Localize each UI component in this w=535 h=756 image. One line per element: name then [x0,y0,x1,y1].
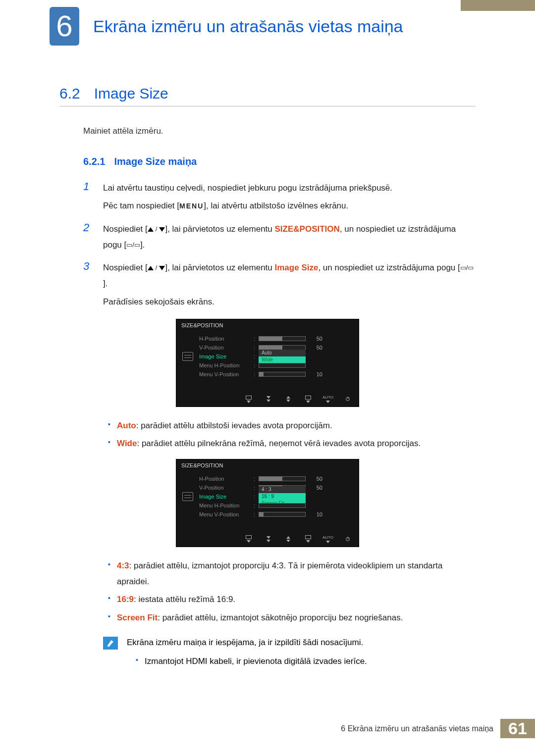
osd-btn-left-icon [244,396,254,403]
note-icon [103,637,118,650]
step-body-2: Nospiediet [ / ], lai pārvietotos uz ele… [103,221,476,255]
section-title: Image Size [94,85,168,102]
osd-btn-enter-icon [303,396,313,403]
step-number-3: 3 [83,260,94,312]
step3-note: Parādīsies sekojošais ekrāns. [103,294,476,310]
osd-btn-power-icon [343,397,353,401]
image-size-keyword: Image Size [275,263,319,272]
option-16-9: 16:9: iestata attēlu režīmā 16:9. [108,592,476,607]
option-4-3: 4:3: parādiet attēlu, izmantojot proporc… [108,558,476,590]
osd-btn-down-icon [264,536,273,542]
options-list-ratio: 4:3: parādiet attēlu, izmantojot proporc… [108,558,476,626]
options-list-auto-wide: Auto: parādiet attēlu atbilstoši ievades… [108,418,476,452]
section-heading: 6.2 Image Size [59,85,476,106]
menu-keyword: MENU [179,202,204,210]
step1-line1: Lai atvērtu taustiņu ceļvedi, nospiediet… [103,180,476,196]
step-number-2: 2 [83,221,94,255]
osd-btn-power-icon [343,537,353,541]
top-accent-stripe [461,0,535,11]
osd-image-size-dropdown: Auto Wide [259,350,306,363]
subsection-number: 6.2.1 [83,156,105,167]
subsection-title: Image Size maiņa [114,156,197,167]
size-position-keyword: SIZE&POSITION [275,224,340,234]
osd-footer-icons: AUTO [176,534,359,547]
up-down-icon: / [148,262,165,274]
osd-btn-auto: AUTO [323,535,333,543]
osd-category-icon [182,352,193,361]
osd-category-icon [182,492,193,501]
osd-btn-up-icon [283,396,293,402]
step-body-3: Nospiediet [ / ], lai pārvietotos uz ele… [103,260,476,312]
osd-btn-enter-icon [303,535,313,543]
footer-chapter-label: 6 Ekrāna izmēru un atrašanās vietas maiņ… [334,719,500,738]
up-down-icon: / [148,223,165,236]
osd-btn-down-icon [264,396,273,402]
enter-icon: ▭/▭ [126,239,140,252]
page-footer: 6 Ekrāna izmēru un atrašanās vietas maiņ… [0,719,535,738]
info-note: Ekrāna izmēru maiņa ir iespējama, ja ir … [103,635,476,670]
osd-btn-left-icon [244,535,254,543]
osd-footer-icons: AUTO [176,394,359,406]
osd-screenshot-auto-wide: SIZE&POSITION H-Position:50 V-Position:5… [176,319,359,407]
section-intro: Mainiet attēla izmēru. [83,126,476,136]
option-auto: Auto: parādiet attēlu atbilstoši ievades… [108,418,476,434]
osd-title: SIZE&POSITION [176,459,359,471]
page-number: 61 [500,719,535,738]
subsection-heading: 6.2.1Image Size maiņa [83,156,476,167]
osd-screenshot-ratio: SIZE&POSITION H-Position:50 V-Position:5… [176,459,359,547]
chapter-number-badge: 6 [50,7,79,46]
step1-line2: Pēc tam nospiediet [MENU], lai atvērtu a… [103,198,476,214]
option-wide: Wide: parādiet attēlu pilnekrāna režīmā,… [108,436,476,452]
enter-icon: ▭/▭ [460,262,474,274]
step-number-1: 1 [83,180,94,216]
chapter-header: 6 Ekrāna izmēru un atrašanās vietas maiņ… [0,0,535,46]
osd-title: SIZE&POSITION [176,319,359,331]
step-body-1: Lai atvērtu taustiņu ceļvedi, nospiediet… [103,180,476,216]
option-screen-fit: Screen Fit: parādiet attēlu, izmantojot … [108,610,476,626]
section-number: 6.2 [59,85,80,102]
osd-btn-up-icon [283,536,293,542]
steps-list: 1 Lai atvērtu taustiņu ceļvedi, nospiedi… [83,180,476,312]
chapter-title: Ekrāna izmēru un atrašanās vietas maiņa [93,17,403,36]
note-bullet: Izmantojot HDMI kabeli, ir pievienota di… [136,654,367,669]
note-text: Ekrāna izmēru maiņa ir iespējama, ja ir … [127,635,367,651]
osd-btn-auto: AUTO [323,395,333,403]
